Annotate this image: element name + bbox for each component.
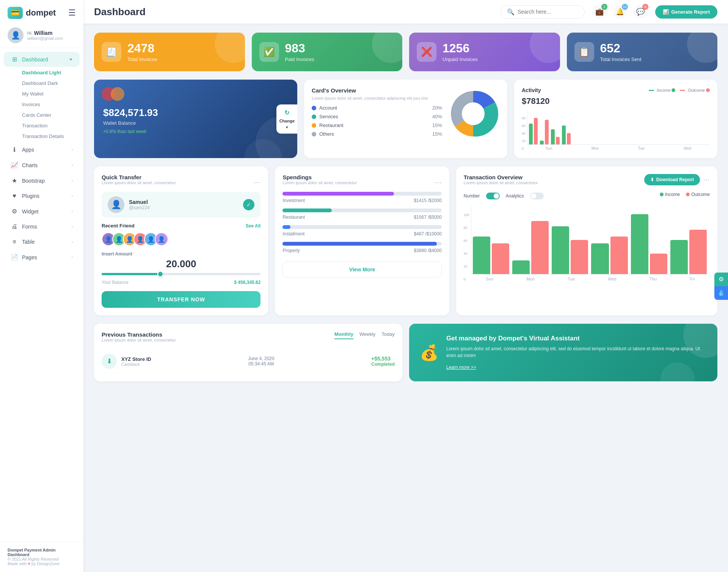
settings-panel-btn[interactable]: ⚙ (714, 273, 728, 286)
view-more-button[interactable]: View More (282, 262, 441, 277)
unpaid-invoices-label: Unpaid Invoices (442, 56, 478, 62)
chevron-right-icon: › (72, 179, 73, 183)
va-learn-more-link[interactable]: Learn more >> (446, 365, 476, 370)
generate-report-button[interactable]: 📊 Generate Report (655, 5, 717, 19)
charts-icon: 📈 (11, 161, 18, 169)
hamburger-icon[interactable]: ☰ (68, 8, 76, 18)
recent-friends-section: Recent Friend See All (102, 223, 260, 229)
chart-bar-icon: 📊 (663, 9, 669, 15)
bar-group-to-wed (591, 237, 628, 274)
bar-group-mon (540, 120, 549, 144)
dashboard-content: 🧾 2478 Total Invoices ✅ 983 Paid Invoice… (83, 24, 728, 390)
tab-weekly[interactable]: Weekly (359, 331, 375, 339)
sidebar-widget-label: Widget (22, 208, 68, 215)
wallet-amount: $824,571.93 (103, 107, 288, 119)
user-name: William (34, 30, 52, 36)
sidebar-item-dashboard[interactable]: ⊞ Dashboard ▼ (4, 52, 80, 67)
sidebar-item-transaction-details[interactable]: Transaction Details (18, 131, 80, 141)
total-invoices-label: Total Invoices (127, 56, 157, 62)
avatar: 👤 (8, 27, 24, 43)
check-icon: ✓ (243, 199, 254, 210)
sidebar-item-charts[interactable]: 📈 Charts › (4, 158, 80, 172)
cards-overview-card: Card's Overview Lorem ipsum dolor sit am… (304, 80, 507, 158)
activity-bar-labels: SunMonTueWed (527, 146, 710, 150)
friend-avatars: 👤 👤 👤 👤 👤 👤 (102, 232, 260, 246)
sidebar-item-forms[interactable]: 🖨 Forms › (4, 219, 80, 234)
water-panel-btn[interactable]: 💧 (714, 286, 728, 300)
chevron-down-icon: ▼ (69, 58, 73, 61)
amount-slider-track[interactable] (102, 273, 260, 275)
main-content: Dashboard 🔍 💼 2 🔔 12 💬 5 📊 Generate Repo… (83, 0, 728, 572)
to-bar-labels: SunMonTueWedThuFri (471, 277, 710, 281)
download-report-button[interactable]: ⬇ Download Report (644, 174, 700, 185)
bar-group-to-tue (552, 226, 588, 274)
search-box[interactable]: 🔍 (500, 5, 585, 19)
topbar-icons: 💼 2 🔔 12 💬 5 (592, 5, 648, 19)
spendings-more-icon[interactable]: ⋯ (435, 178, 442, 186)
toggle-row: Number Analytics Income (464, 192, 710, 200)
more-options-icon[interactable]: ⋯ (254, 178, 260, 186)
sidebar-item-apps[interactable]: ℹ Apps › (4, 142, 80, 157)
sidebar-item-invoices[interactable]: Invoices (18, 99, 80, 110)
sidebar-item-transaction[interactable]: Transaction (18, 121, 80, 131)
sidebar-item-pages[interactable]: 📄 Pages › (4, 250, 80, 265)
tx-date: June 4, 2020 05:34:45 AM (156, 356, 367, 367)
pie-chart (447, 87, 500, 140)
others-dot (312, 132, 316, 136)
tab-today[interactable]: Today (381, 331, 395, 339)
transfer-now-button[interactable]: TRANSFER NOW (102, 291, 260, 308)
cards-overview-desc: Lorem ipsum dolor sit amet, consectetur … (312, 96, 442, 100)
sidebar-item-bootstrap[interactable]: ★ Bootstrap › (4, 173, 80, 188)
sidebar-item-plugins[interactable]: ♥ Plugins › (4, 189, 80, 203)
messages-btn[interactable]: 💬 5 (633, 5, 648, 19)
prev-tx-subtitle: Lorem ipsum dolor sit amet, consectetur (102, 338, 176, 342)
sidebar-item-widget[interactable]: ⚙ Widget › (4, 204, 80, 219)
number-toggle[interactable] (486, 193, 500, 199)
contact-handle: @sam224 (129, 205, 150, 210)
sidebar-footer: Dompet Payment Admin Dashboard © 2021 Al… (0, 541, 83, 572)
see-all-button[interactable]: See All (246, 223, 261, 229)
account-label: Account (319, 105, 429, 111)
investment-amounts: $1415 /$2000 (414, 198, 441, 203)
sidebar-item-cards-center[interactable]: Cards Center (18, 110, 80, 120)
balance-row: Your Balance $ 456,345.62 (102, 280, 260, 285)
friend-avatar-6[interactable]: 👤 (155, 232, 168, 246)
dashboard-icon: ⊞ (11, 56, 18, 63)
logo-icon: 💳 (8, 7, 23, 19)
others-label: Others (319, 131, 429, 137)
spending-investment: Investment $1415 /$2000 (282, 192, 441, 203)
unpaid-invoices-icon: ❌ (417, 42, 436, 62)
app-name: dompet (26, 8, 56, 18)
stat-card-total-invoices: 🧾 2478 Total Invoices (94, 33, 245, 71)
messages-badge: 5 (642, 4, 648, 10)
spending-property: Property $3890 /$4000 (282, 242, 441, 253)
change-button[interactable]: ↻ Change ▼ (276, 104, 297, 133)
activity-card: Activity Income Outcome (514, 80, 717, 158)
to-more-icon[interactable]: ⋯ (703, 176, 710, 184)
widget-icon: ⚙ (11, 208, 18, 215)
selected-contact[interactable]: 👤 Samuel @sam224 ✓ (102, 192, 260, 218)
quick-transfer-title: Quick Transfer (102, 174, 176, 180)
bar-group-sun (529, 118, 538, 144)
sidebar-item-dashboard-light[interactable]: Dashboard Light (18, 67, 80, 78)
tab-monthly[interactable]: Monthly (334, 331, 353, 339)
wallet-btn[interactable]: 💼 2 (592, 5, 607, 19)
download-icon: ⬇ (650, 177, 654, 182)
analytics-toggle[interactable] (530, 193, 544, 199)
slider-thumb[interactable] (157, 271, 163, 277)
transaction-bar-chart (471, 206, 710, 274)
chevron-right-icon: › (72, 163, 73, 167)
sidebar-item-dashboard-dark[interactable]: Dashboard Dark (18, 78, 80, 88)
search-input[interactable] (518, 9, 578, 15)
to-income-wed (591, 243, 609, 274)
slider-fill (102, 273, 157, 275)
notifications-btn[interactable]: 🔔 12 (613, 5, 627, 19)
to-income-tue (552, 226, 569, 274)
sidebar-item-table[interactable]: ≡ Table › (4, 235, 80, 249)
last-row: Previous Transactions Lorem ipsum dolor … (94, 324, 717, 381)
sidebar-item-my-wallet[interactable]: My Wallet (18, 89, 80, 99)
topbar: Dashboard 🔍 💼 2 🔔 12 💬 5 📊 Generate Repo… (83, 0, 728, 24)
spending-installment: Installment $487 /$10000 (282, 225, 441, 237)
amount-label: Insert Amount (102, 251, 260, 257)
chevron-right-icon: › (72, 255, 73, 259)
